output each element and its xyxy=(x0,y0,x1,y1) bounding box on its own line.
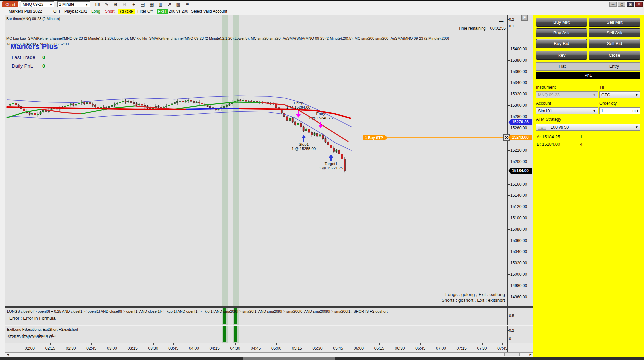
data-box-icon[interactable]: ▤ xyxy=(139,1,146,7)
bar-timer-title: Bar timer(MNQ 09-23 (2 Minute)) xyxy=(6,17,60,21)
trade-annotations: Entry1 @ 15264.00Entry1 @ 15246.75Stop11… xyxy=(5,35,507,307)
time-tick-label: 06:45 xyxy=(415,346,425,351)
formula-error-label: Error : Error in Formula xyxy=(9,333,56,338)
buy-stop-order-tag[interactable]: 1 Buy STP xyxy=(363,135,388,140)
price-axis[interactable]: 15400.0015380.0015360.0015340.0015320.00… xyxy=(508,35,533,306)
taskbar-segment xyxy=(243,357,335,360)
time-tick xyxy=(482,343,483,345)
price-tick-label: 14980.00 xyxy=(510,283,527,288)
draw-tool-icon[interactable]: ✎ xyxy=(103,1,110,7)
time-tick xyxy=(30,343,30,345)
interval-dropdown[interactable]: 2 Minute ▼ xyxy=(57,1,90,7)
pnl-display: PnL xyxy=(536,72,640,79)
price-tick-label: 15100.00 xyxy=(510,216,527,220)
time-remaining-label: Time remaining = 00:01:55 xyxy=(458,26,506,31)
exit-button[interactable]: EXIT xyxy=(157,9,168,14)
buy-bid-button[interactable]: Buy Bid xyxy=(536,39,587,48)
scale-label: 0.2 xyxy=(509,328,514,332)
price-tick-label: 15380.00 xyxy=(510,58,527,63)
reverse-button[interactable]: Rev xyxy=(536,51,587,60)
time-tick xyxy=(112,343,112,345)
filter-toggle[interactable]: Filter Off xyxy=(137,9,153,14)
properties-icon[interactable]: ▧ xyxy=(175,1,182,7)
chart-trader-icon[interactable]: ▦ xyxy=(148,1,155,7)
tif-select[interactable]: GTC▼ xyxy=(599,91,640,98)
main-chart-panel[interactable]: Entry1 @ 15264.00Entry1 @ 15246.75Stop11… xyxy=(5,35,533,307)
order-qty-label: Order qty xyxy=(599,101,617,106)
time-tick xyxy=(215,343,215,345)
time-axis-panel[interactable]: 02:0002:1502:3002:4503:0003:1503:3003:45… xyxy=(5,343,533,352)
long-button[interactable]: Long xyxy=(91,9,100,14)
axis-divider xyxy=(507,15,508,35)
select-account-label[interactable]: Select Valid Account xyxy=(191,9,227,14)
price-tick-label: 15000.00 xyxy=(510,272,527,277)
chevron-down-icon: ▼ xyxy=(593,109,596,113)
time-tick xyxy=(338,343,338,345)
close-position-button[interactable]: Close xyxy=(589,51,640,60)
focus-button[interactable]: F xyxy=(521,15,528,21)
back-arrow-icon[interactable]: ← xyxy=(498,17,505,23)
info-icon[interactable]: i xyxy=(538,125,546,130)
time-tick xyxy=(91,343,92,345)
scale-label: 0.5 xyxy=(509,314,514,318)
short-button[interactable]: Short xyxy=(105,9,115,14)
entry-marker-2-label: Entry1 @ 15246.75 xyxy=(309,112,333,120)
chevron-down-icon: ▼ xyxy=(49,3,53,6)
time-tick-label: 02:15 xyxy=(45,346,55,351)
order-price-tag: 15243.00 xyxy=(508,135,532,140)
time-tick xyxy=(379,343,380,345)
time-tick-label: 05:15 xyxy=(292,346,302,351)
list-icon[interactable]: ≡ xyxy=(184,1,191,7)
minimize-button[interactable]: — xyxy=(609,2,617,7)
formula-error-label: Error : Error in Formula xyxy=(9,316,56,321)
chevron-down-icon: ▼ xyxy=(593,93,596,97)
price-tick-label: 15320.00 xyxy=(510,92,527,96)
time-tick xyxy=(153,343,154,345)
calculator-icon[interactable]: ⊞ xyxy=(632,109,636,113)
longs-formula-text: LONGS close[0] > open[0] + 0.25 AND clos… xyxy=(7,309,388,313)
close-button[interactable]: CLOSE xyxy=(118,9,135,14)
axis-divider xyxy=(507,326,508,343)
zoom-in-icon[interactable]: ⊕ xyxy=(112,1,119,7)
crosshair-icon[interactable]: + xyxy=(130,1,137,7)
time-tick xyxy=(194,343,194,345)
time-tick-label: 07:45 xyxy=(497,346,507,351)
account-select[interactable]: Sim101▼ xyxy=(536,107,598,114)
low-price-tag: 15184.00 xyxy=(508,168,532,174)
buy-stop-order-line[interactable] xyxy=(387,137,504,138)
sell-mkt-button[interactable]: Sell Mkt xyxy=(589,18,640,27)
order-qty-input[interactable]: 1 ⊞ ▲▼ xyxy=(599,107,640,114)
tab-chart[interactable]: Chart xyxy=(2,1,19,8)
sell-bid-button[interactable]: Sell Bid xyxy=(589,39,640,48)
atm-strategy-select[interactable]: i 100 vs 50 ▼ xyxy=(536,124,640,131)
price-tick-label: 15120.00 xyxy=(510,204,527,209)
strategy-off-button[interactable]: OFF xyxy=(53,9,61,14)
scroll-left-icon[interactable]: ◀ xyxy=(6,353,10,356)
scrollbar-thumb[interactable] xyxy=(504,353,520,356)
target1-marker-label: Target11 @ 15221.75 xyxy=(319,162,343,170)
time-tick-label: 03:45 xyxy=(168,346,178,351)
time-tick-label: 02:30 xyxy=(66,346,76,351)
price-tick-label: 15340.00 xyxy=(510,80,527,85)
playback-account-label[interactable]: Playback101 xyxy=(64,9,87,14)
restore-button[interactable]: ▢ xyxy=(618,2,625,7)
signal-bar xyxy=(223,326,226,342)
buy-ask-button[interactable]: Buy Ask xyxy=(536,28,587,37)
price-tick-label: 15060.00 xyxy=(510,238,527,243)
time-tick xyxy=(235,343,236,345)
chart-scrollbar[interactable]: ◀ ▶ xyxy=(5,352,533,357)
dock-button[interactable]: ▣ xyxy=(627,2,634,7)
strategies-icon[interactable]: ↗ xyxy=(166,1,173,7)
instrument-dropdown[interactable]: MNQ 09-23 ▼ xyxy=(21,1,54,7)
sell-ask-button[interactable]: Sell Ask xyxy=(589,28,640,37)
price-tick-label: 15280.00 xyxy=(510,114,527,119)
time-tick-label: 02:45 xyxy=(86,346,96,351)
qty-spinner[interactable]: ▲▼ xyxy=(637,109,639,113)
close-button[interactable]: ✕ xyxy=(635,2,643,7)
scroll-right-icon[interactable]: ▶ xyxy=(528,353,533,356)
indicators-icon[interactable]: ▥ xyxy=(157,1,164,7)
scale-label: 0.2 xyxy=(509,17,514,21)
strategy-name-label: Markers Plus 2022 xyxy=(9,9,42,14)
price-bars-icon[interactable]: ıIıı xyxy=(94,1,101,7)
buy-mkt-button[interactable]: Buy Mkt xyxy=(536,18,587,27)
